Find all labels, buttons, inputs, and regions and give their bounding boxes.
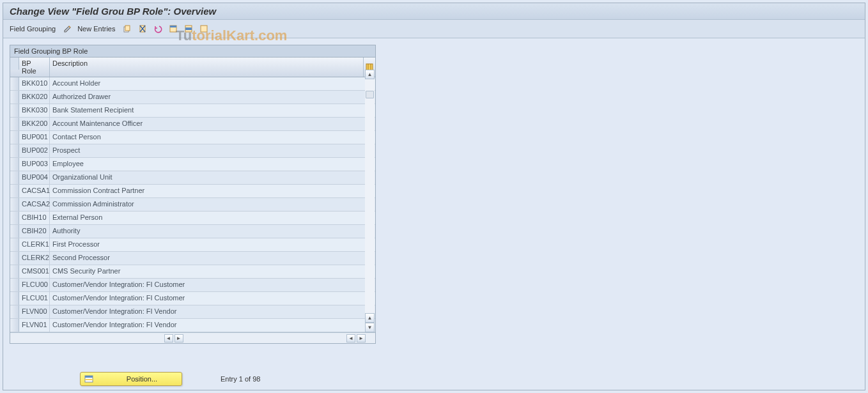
cell-bp-role[interactable]: BKK020	[19, 91, 50, 104]
vertical-scrollbar[interactable]: ▲ ▲ ▼	[365, 70, 375, 332]
cell-description[interactable]: Employee	[50, 158, 375, 171]
cell-bp-role[interactable]: BKK200	[19, 118, 50, 130]
row-selector[interactable]	[10, 319, 19, 332]
row-selector[interactable]	[10, 77, 19, 90]
hscroll-right2-icon[interactable]: ►	[357, 334, 366, 343]
cell-bp-role[interactable]: CLERK2	[19, 252, 50, 265]
table-row[interactable]: CBIH10External Person	[10, 212, 375, 225]
col-header-role[interactable]: BP Role	[19, 58, 50, 77]
cell-bp-role[interactable]: FLCU01	[19, 292, 50, 305]
table-row[interactable]: FLVN01Customer/Vendor Integration: FI Ve…	[10, 319, 375, 332]
table-row[interactable]: BUP002Prospect	[10, 144, 375, 158]
hscroll-left-icon[interactable]: ◄	[164, 334, 173, 343]
table-row[interactable]: BUP001Contact Person	[10, 131, 375, 144]
cell-bp-role[interactable]: CACSA1	[19, 185, 50, 197]
row-selector[interactable]	[10, 252, 19, 265]
cell-bp-role[interactable]: CMS001	[19, 265, 50, 278]
field-grouping-label[interactable]: Field Grouping	[10, 25, 56, 33]
table-row[interactable]: BKK200Account Maintenance Officer	[10, 118, 375, 131]
change-icon[interactable]	[62, 23, 74, 35]
table-row[interactable]: FLVN00Customer/Vendor Integration: FI Ve…	[10, 305, 375, 319]
table-row[interactable]: CACSA2Commission Administrator	[10, 198, 375, 212]
cell-description[interactable]: Customer/Vendor Integration: FI Vendor	[50, 319, 375, 332]
select-all-icon[interactable]	[167, 23, 179, 35]
row-selector[interactable]	[10, 104, 19, 117]
scroll-up-icon[interactable]: ▲	[365, 70, 375, 79]
table-row[interactable]: BUP003Employee	[10, 158, 375, 171]
row-selector[interactable]	[10, 91, 19, 104]
cell-description[interactable]: Account Maintenance Officer	[50, 118, 375, 130]
hscroll-left2-icon[interactable]: ◄	[346, 334, 355, 343]
cell-bp-role[interactable]: CLERK1	[19, 238, 50, 251]
row-selector[interactable]	[10, 118, 19, 130]
delete-icon[interactable]	[137, 23, 148, 35]
cell-description[interactable]: Account Holder	[50, 77, 375, 90]
cell-description[interactable]: CMS Security Partner	[50, 265, 375, 278]
row-selector[interactable]	[10, 171, 19, 184]
table-row[interactable]: CACSA1Commission Contract Partner	[10, 185, 375, 198]
cell-description[interactable]: Bank Statement Recipient	[50, 104, 375, 117]
cell-bp-role[interactable]: BUP001	[19, 131, 50, 144]
row-selector[interactable]	[10, 198, 19, 211]
row-selector[interactable]	[10, 131, 19, 144]
deselect-all-icon[interactable]	[198, 23, 210, 35]
table-row[interactable]: FLCU00Customer/Vendor Integration: FI Cu…	[10, 279, 375, 292]
table-row[interactable]: CBIH20Authority	[10, 225, 375, 238]
cell-description[interactable]: Commission Contract Partner	[50, 185, 375, 197]
cell-description[interactable]: Customer/Vendor Integration: FI Customer	[50, 279, 375, 291]
row-selector[interactable]	[10, 292, 19, 305]
cell-description[interactable]: First Processor	[50, 238, 375, 251]
table-row[interactable]: CMS001CMS Security Partner	[10, 265, 375, 279]
copy-icon[interactable]	[121, 23, 133, 35]
scroll-down-icon[interactable]: ▲	[365, 313, 375, 323]
cell-bp-role[interactable]: BUP004	[19, 171, 50, 184]
table-row[interactable]: BKK030Bank Statement Recipient	[10, 104, 375, 118]
row-selector[interactable]	[10, 225, 19, 238]
grid-panel: Field Grouping BP Role BP Role Descripti…	[10, 45, 376, 344]
cell-bp-role[interactable]: FLCU00	[19, 279, 50, 291]
select-all-cell[interactable]	[10, 58, 19, 70]
table-row[interactable]: BUP004Organizational Unit	[10, 171, 375, 185]
cell-description[interactable]: Authorized Drawer	[50, 91, 375, 104]
row-selector[interactable]	[10, 158, 19, 171]
row-selector[interactable]	[10, 144, 19, 157]
cell-description[interactable]: Prospect	[50, 144, 375, 157]
cell-description[interactable]: Commission Administrator	[50, 198, 375, 211]
cell-description[interactable]: Authority	[50, 225, 375, 238]
table-row[interactable]: CLERK2Second Processor	[10, 252, 375, 265]
cell-description[interactable]: Contact Person	[50, 131, 375, 144]
cell-bp-role[interactable]: BUP002	[19, 144, 50, 157]
scroll-down2-icon[interactable]: ▼	[365, 323, 375, 332]
cell-bp-role[interactable]: FLVN01	[19, 319, 50, 332]
hscroll-right-icon[interactable]: ►	[174, 334, 183, 343]
new-entries-button[interactable]: New Entries	[77, 25, 115, 33]
cell-description[interactable]: Organizational Unit	[50, 171, 375, 184]
cell-bp-role[interactable]: BUP003	[19, 158, 50, 171]
cell-description[interactable]: Second Processor	[50, 252, 375, 265]
row-selector[interactable]	[10, 212, 19, 224]
cell-description[interactable]: Customer/Vendor Integration: FI Customer	[50, 292, 375, 305]
undo-icon[interactable]	[152, 23, 164, 35]
table-row[interactable]: BKK010Account Holder	[10, 77, 375, 91]
cell-bp-role[interactable]: CBIH10	[19, 212, 50, 224]
select-block-icon[interactable]	[183, 23, 194, 35]
grid-header-row: BP Role Description	[10, 58, 375, 77]
row-selector[interactable]	[10, 238, 19, 251]
row-selector[interactable]	[10, 279, 19, 291]
table-row[interactable]: CLERK1First Processor	[10, 238, 375, 252]
cell-bp-role[interactable]: CBIH20	[19, 225, 50, 238]
cell-description[interactable]: Customer/Vendor Integration: FI Vendor	[50, 305, 375, 318]
col-header-desc[interactable]: Description	[50, 58, 364, 77]
table-row[interactable]: FLCU01Customer/Vendor Integration: FI Cu…	[10, 292, 375, 305]
row-selector[interactable]	[10, 185, 19, 197]
row-selector[interactable]	[10, 305, 19, 318]
cell-bp-role[interactable]: BKK010	[19, 77, 50, 90]
cell-bp-role[interactable]: CACSA2	[19, 198, 50, 211]
table-row[interactable]: BKK020Authorized Drawer	[10, 91, 375, 104]
cell-description[interactable]: External Person	[50, 212, 375, 224]
cell-bp-role[interactable]: BKK030	[19, 104, 50, 117]
row-selector[interactable]	[10, 265, 19, 278]
cell-bp-role[interactable]: FLVN00	[19, 305, 50, 318]
scroll-track[interactable]	[365, 79, 375, 313]
position-button[interactable]: Position...	[80, 372, 182, 386]
